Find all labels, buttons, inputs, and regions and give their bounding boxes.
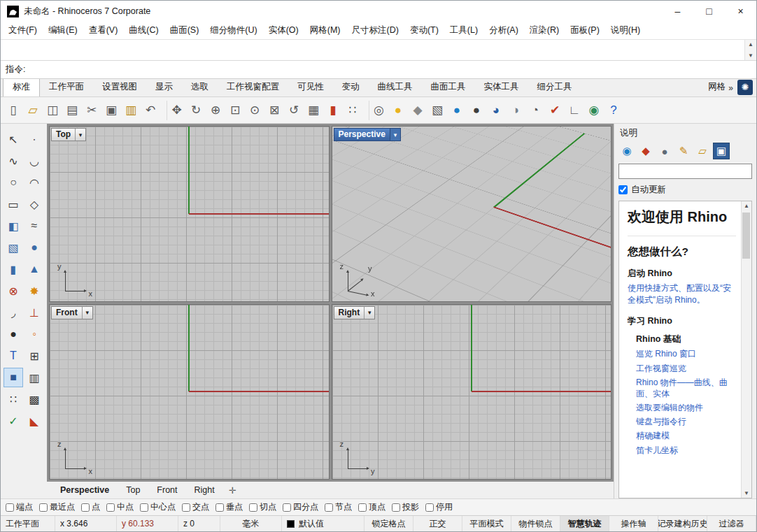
flag-icon[interactable]: ◣: [24, 411, 44, 431]
solid-cube-icon[interactable]: ■: [3, 368, 23, 387]
osnap-checkbox[interactable]: [39, 503, 48, 512]
arc-blend-icon[interactable]: ◡: [24, 151, 44, 171]
auto-update-toggle[interactable]: 自动更新: [618, 184, 752, 201]
help-scrollbar[interactable]: ▲ ▼: [741, 201, 751, 498]
rendered-mode-icon[interactable]: ◕: [486, 101, 506, 120]
help-content-block[interactable]: 键盘与指令行: [628, 416, 736, 427]
osnap-toggle[interactable]: 中心点: [140, 501, 176, 513]
history-scrollbar[interactable]: ▲ ▼: [744, 40, 756, 60]
viewport-top-title[interactable]: Top ▾: [51, 128, 86, 141]
command-input[interactable]: [30, 63, 756, 77]
explode-icon[interactable]: ✸: [24, 281, 44, 301]
grid-snap-toggle[interactable]: 锁定格点: [365, 516, 413, 531]
sphere-gray-icon[interactable]: ●: [656, 143, 673, 159]
pan-icon[interactable]: ✥: [167, 101, 186, 120]
mesh-icon[interactable]: ▩: [24, 389, 44, 409]
viewport-perspective-title[interactable]: Perspective ▾: [334, 128, 401, 141]
planar-toggle[interactable]: 平面模式: [462, 516, 511, 531]
osnap-toggle[interactable]: 最近点: [39, 501, 75, 513]
copy-icon[interactable]: ▣: [101, 101, 121, 120]
hammer-icon[interactable]: ⊥: [24, 303, 44, 322]
chevron-down-icon[interactable]: ▾: [75, 129, 85, 141]
osnap-checkbox[interactable]: [249, 503, 257, 512]
save-icon[interactable]: ◫: [43, 101, 62, 120]
sphere-icon[interactable]: ●: [24, 238, 44, 257]
help-content-block[interactable]: Rhino 基础: [628, 333, 736, 345]
menu-item[interactable]: 面板(P): [565, 22, 605, 38]
zoom-window-icon[interactable]: ⊡: [225, 101, 245, 120]
text-icon[interactable]: T: [3, 346, 23, 366]
toolbar-tab[interactable]: 曲面工具: [422, 79, 475, 96]
help-icon[interactable]: ?: [604, 101, 623, 120]
toolbar-tab[interactable]: 选取: [182, 79, 218, 96]
menu-item[interactable]: 网格(M): [304, 22, 346, 38]
gear-icon[interactable]: ✺: [737, 80, 753, 95]
lightbulb-icon[interactable]: ●: [388, 101, 408, 120]
cplane-button[interactable]: 工作平面: [1, 516, 55, 531]
viewport-layout-icon[interactable]: ▦: [304, 101, 323, 120]
smarttrack-toggle[interactable]: 智慧轨迹: [560, 516, 609, 531]
viewport-tab[interactable]: Perspective: [52, 484, 117, 496]
toolbar-tab[interactable]: 显示: [146, 79, 182, 96]
check-icon[interactable]: ✓: [3, 411, 23, 431]
pencil-icon[interactable]: ✎: [675, 143, 692, 159]
cone-icon[interactable]: ▲: [24, 259, 44, 279]
toolbar-tab[interactable]: 标准: [3, 79, 40, 96]
options-icon[interactable]: ✔: [545, 101, 565, 120]
folder-icon[interactable]: ▱: [694, 143, 711, 159]
filter-toggle[interactable]: 过滤器: [707, 516, 756, 531]
surface-icon[interactable]: ◧: [3, 216, 23, 236]
menu-item[interactable]: 实体(O): [263, 22, 304, 38]
viewport-tab[interactable]: Right: [187, 484, 222, 496]
help-content-block[interactable]: 选取要编辑的物件: [628, 402, 736, 413]
selection-filter-icon[interactable]: ◎: [369, 101, 388, 120]
globe-icon[interactable]: ◉: [584, 101, 604, 120]
material-sphere-icon[interactable]: ●: [3, 324, 23, 344]
print-icon[interactable]: ▤: [62, 101, 82, 120]
help-content-block[interactable]: 启动 Rhino: [628, 268, 736, 280]
fillet-icon[interactable]: ◞: [3, 303, 23, 322]
history-toggle[interactable]: 记录建构历史: [658, 516, 707, 531]
circle-icon[interactable]: ○: [3, 173, 23, 192]
new-file-icon[interactable]: ▯: [3, 101, 23, 120]
osnap-checkbox[interactable]: [392, 503, 400, 512]
menu-item[interactable]: 细分物件(U): [204, 22, 262, 38]
osnap-toggle[interactable]: 投影: [392, 501, 419, 513]
viewport-top[interactable]: Top ▾ y x: [49, 126, 330, 302]
osnap-checkbox[interactable]: [140, 503, 148, 512]
menu-item[interactable]: 查看(V): [83, 22, 124, 38]
cut-icon[interactable]: ✂: [82, 101, 101, 120]
help-panel-icon[interactable]: ▣: [713, 143, 730, 159]
osnap-checkbox[interactable]: [425, 503, 434, 512]
open-file-icon[interactable]: ▱: [23, 101, 43, 120]
osnap-toggle[interactable]: 物件锁点: [511, 516, 560, 531]
shaded-mode-icon[interactable]: ●: [467, 101, 486, 120]
zoom-dynamic-icon[interactable]: ⊕: [206, 101, 225, 120]
ghosted-mode-icon[interactable]: ◑: [506, 101, 525, 120]
viewport-perspective[interactable]: Perspective ▾ z x y: [332, 126, 612, 302]
viewport-front-title[interactable]: Front ▾: [51, 306, 93, 319]
layer-icon[interactable]: ▧: [427, 101, 447, 120]
osnap-toggle[interactable]: 四分点: [283, 501, 318, 513]
menu-item[interactable]: 渲染(R): [524, 22, 565, 38]
undo-view-icon[interactable]: ↺: [284, 101, 304, 120]
scroll-up-icon[interactable]: ▲: [744, 203, 749, 209]
ortho-toggle[interactable]: 正交: [413, 516, 462, 531]
curve-icon[interactable]: ∿: [3, 151, 23, 171]
chevron-down-icon[interactable]: ▾: [364, 307, 374, 319]
osnap-checkbox[interactable]: [358, 503, 367, 512]
menu-item[interactable]: 分析(A): [483, 22, 524, 38]
help-search-input[interactable]: [618, 164, 752, 179]
cplane-axes-icon[interactable]: ∟: [565, 101, 584, 120]
menu-item[interactable]: 尺寸标注(D): [346, 22, 404, 38]
xray-mode-icon[interactable]: ◔: [525, 101, 545, 120]
osnap-toggle[interactable]: 端点: [6, 501, 33, 513]
car-display-icon[interactable]: ▮: [323, 101, 343, 120]
paste-icon[interactable]: ▥: [121, 101, 141, 120]
chevron-down-icon[interactable]: ▾: [82, 307, 92, 319]
render-icon[interactable]: ●: [447, 101, 467, 120]
help-content-block[interactable]: 工作视窗巡览: [628, 363, 736, 374]
osnap-toggle[interactable]: 垂点: [215, 501, 243, 513]
point-icon[interactable]: ∙: [24, 129, 44, 149]
add-viewport-button[interactable]: ✛: [224, 484, 241, 497]
